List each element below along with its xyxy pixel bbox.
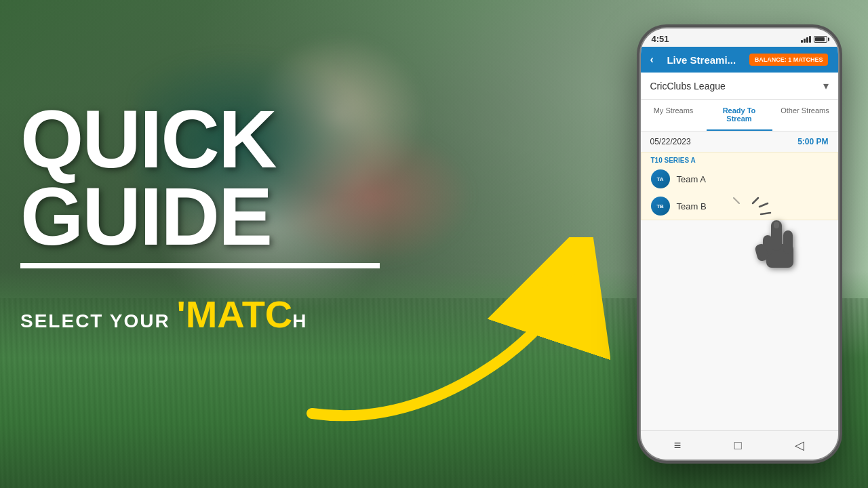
team-a-logo: TA [651,169,670,188]
nav-menu-icon[interactable]: ≡ [674,439,682,453]
select-your-text: SELECT YOUR [20,310,170,331]
app-content: 05/22/2023 5:00 PM T10 Series A TA Team … [641,131,838,430]
app-header: ‹ Live Streami... BALANCE: 1 MATCHES [641,47,838,73]
phone-bottom-nav: ≡ □ ◁ [641,430,838,460]
back-button[interactable]: ‹ [650,54,654,66]
match-date-row: 05/22/2023 5:00 PM [641,131,838,152]
app-title: Live Streami... [667,54,736,66]
nav-back-icon[interactable]: ◁ [795,438,804,453]
signal-icon [801,36,811,43]
title-underline [20,263,380,268]
tab-ready-to-stream[interactable]: Ready To Stream [707,100,772,131]
league-selector[interactable]: CricClubs League ▾ [641,73,838,100]
title-line2: GUIDE [20,171,271,262]
tab-other-streams[interactable]: Other Streams [772,100,838,131]
quick-guide-title: QUICK GUIDE [20,100,441,255]
left-content-panel: QUICK GUIDE SELECT YOUR 'MATCH [20,0,441,488]
team-b-name: Team B [677,201,707,211]
select-label: SELECT YOUR 'MATCH [20,296,441,333]
phone-mockup-wrapper: 4:51 ‹ Live Streami... BALANCE: 1 MATCHE… [631,14,848,474]
nav-home-icon[interactable]: □ [734,439,742,453]
match-date: 05/22/2023 [650,137,691,146]
status-time: 4:51 [652,34,669,44]
series-label: T10 Series A [642,152,837,165]
dropdown-chevron-icon: ▾ [823,79,829,92]
battery-icon [814,36,827,43]
status-bar: 4:51 [641,28,838,47]
league-name: CricClubs League [650,81,726,92]
tab-my-streams[interactable]: My Streams [641,100,707,131]
team-b-logo: TB [651,197,670,216]
balance-badge: BALANCE: 1 MATCHES [749,54,829,66]
phone-device: 4:51 ‹ Live Streami... BALANCE: 1 MATCHE… [639,27,840,461]
team-row-a: TA Team A [642,165,837,192]
status-icons [801,36,827,43]
team-row-b: TB Team B [642,192,837,220]
match-time: 5:00 PM [797,137,828,146]
match-card[interactable]: T10 Series A TA Team A TB Team B [641,152,838,220]
tab-bar: My Streams Ready To Stream Other Streams [641,100,838,131]
team-a-name: Team A [677,174,706,184]
match-highlight-text: 'MATCH [176,293,306,336]
